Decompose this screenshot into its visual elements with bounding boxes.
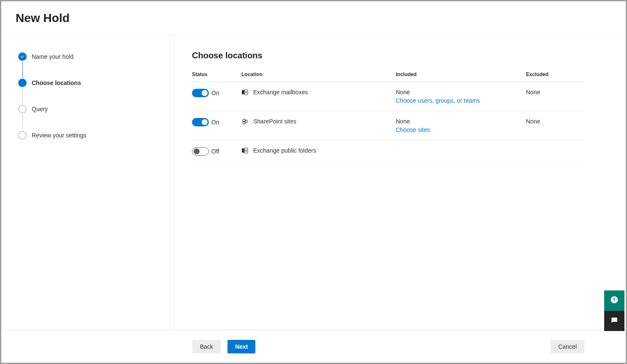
toggle-label: Off — [211, 148, 219, 155]
wizard-step[interactable]: Review your settings — [18, 131, 170, 140]
column-header-excluded: Excluded — [526, 71, 584, 77]
included-value: None — [396, 118, 526, 125]
step-label: Review your settings — [32, 132, 86, 139]
location-name: Exchange public folders — [253, 147, 316, 154]
step-dot-icon — [18, 105, 27, 113]
status-toggle[interactable] — [192, 89, 209, 97]
toggle-label: On — [211, 90, 219, 96]
step-dot-icon — [18, 79, 27, 87]
exchange-icon — [241, 89, 248, 96]
table-row: OffExchange public folders — [192, 140, 584, 163]
step-dot-icon — [18, 131, 27, 140]
choose-included-link[interactable]: Choose users, groups, or teams — [396, 97, 480, 104]
step-label: Query — [32, 106, 48, 112]
included-value: None — [396, 89, 526, 96]
page-header: New Hold — [1, 1, 626, 36]
next-button[interactable]: Next — [227, 340, 255, 353]
cancel-button[interactable]: Cancel — [550, 340, 584, 353]
table-row: OnExchange mailboxesNoneChoose users, gr… — [192, 82, 584, 111]
help-icon — [610, 296, 619, 306]
wizard-step[interactable]: Name your hold — [18, 52, 170, 61]
table-header-row: Status Location Included Excluded — [192, 71, 584, 82]
sharepoint-icon — [241, 118, 248, 125]
feedback-icon — [610, 316, 619, 326]
location-name: Exchange mailboxes — [253, 89, 308, 96]
step-connector — [22, 114, 23, 130]
status-toggle[interactable] — [192, 118, 209, 126]
location-name: SharePoint sites — [253, 118, 296, 125]
step-connector — [22, 62, 23, 78]
wizard-steps-sidebar: Name your holdChoose locationsQueryRevie… — [1, 36, 170, 330]
wizard-footer: Back Next Cancel — [1, 330, 626, 363]
step-connector — [22, 88, 23, 104]
excluded-value: None — [526, 118, 584, 125]
excluded-value: None — [526, 89, 584, 96]
side-action-bar — [604, 290, 624, 331]
table-row: OnSharePoint sitesNoneChoose sitesNone — [192, 111, 584, 140]
help-button[interactable] — [604, 290, 624, 311]
main-content: Choose locations Status Location Include… — [170, 36, 626, 330]
section-title: Choose locations — [192, 51, 584, 60]
exchange-icon — [241, 147, 248, 154]
column-header-status: Status — [192, 71, 241, 77]
wizard-step[interactable]: Choose locations — [18, 79, 170, 87]
checkmark-icon — [18, 52, 27, 61]
status-toggle[interactable] — [192, 147, 209, 156]
wizard-step[interactable]: Query — [18, 105, 170, 113]
toggle-label: On — [211, 119, 219, 126]
step-label: Choose locations — [32, 79, 81, 86]
step-label: Name your hold — [32, 53, 74, 60]
choose-included-link[interactable]: Choose sites — [396, 126, 430, 133]
back-button[interactable]: Back — [192, 340, 221, 353]
column-header-location: Location — [241, 71, 396, 77]
column-header-included: Included — [396, 71, 526, 77]
page-title: New Hold — [16, 11, 626, 25]
feedback-button[interactable] — [604, 311, 624, 331]
